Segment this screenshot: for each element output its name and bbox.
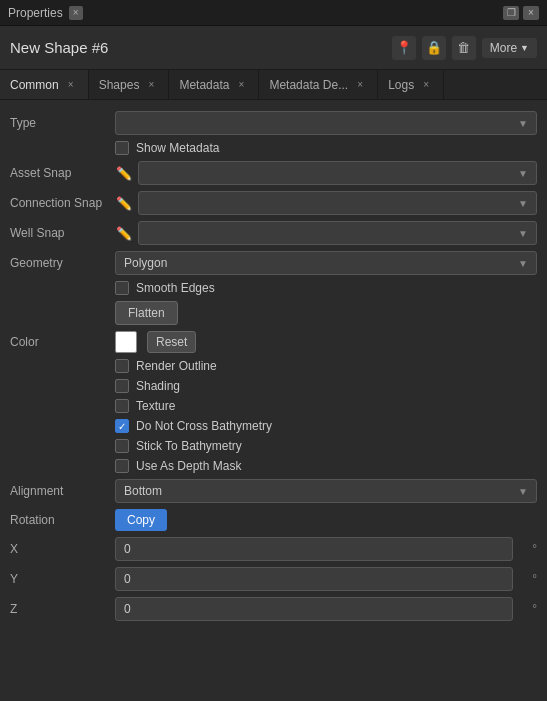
tab-logs[interactable]: Logs × — [378, 70, 444, 99]
shading-checkbox[interactable] — [115, 379, 129, 393]
trash-icon[interactable]: 🗑 — [452, 36, 476, 60]
smooth-edges-row: Smooth Edges — [0, 278, 547, 298]
tab-common-close[interactable]: × — [64, 78, 78, 92]
tab-shapes[interactable]: Shapes × — [89, 70, 170, 99]
show-metadata-label: Show Metadata — [136, 141, 219, 155]
geometry-dropdown[interactable]: Polygon ▼ — [115, 251, 537, 275]
x-input[interactable] — [115, 537, 513, 561]
alignment-dropdown[interactable]: Bottom ▼ — [115, 479, 537, 503]
connection-snap-arrow: ▼ — [518, 198, 528, 209]
tab-logs-close[interactable]: × — [419, 78, 433, 92]
color-swatch[interactable] — [115, 331, 137, 353]
type-label: Type — [10, 116, 115, 130]
tab-metadata-close[interactable]: × — [234, 78, 248, 92]
tab-shapes-close[interactable]: × — [144, 78, 158, 92]
y-row: Y ° — [0, 564, 547, 594]
alignment-row: Alignment Bottom ▼ — [0, 476, 547, 506]
texture-row: Texture — [0, 396, 547, 416]
z-degree-symbol: ° — [517, 602, 537, 616]
connection-snap-icon: ✏️ — [115, 194, 133, 212]
do-not-cross-row: Do Not Cross Bathymetry — [0, 416, 547, 436]
connection-snap-dropdown[interactable]: ▼ — [138, 191, 537, 215]
geometry-row: Geometry Polygon ▼ — [0, 248, 547, 278]
type-row: Type ▼ — [0, 108, 547, 138]
z-label: Z — [10, 602, 115, 616]
lock-icon[interactable]: 🔒 — [422, 36, 446, 60]
title-bar: Properties × ❐ × — [0, 0, 547, 26]
do-not-cross-label: Do Not Cross Bathymetry — [136, 419, 272, 433]
copy-button[interactable]: Copy — [115, 509, 167, 531]
well-snap-row: Well Snap ✏️ ▼ — [0, 218, 547, 248]
shading-row: Shading — [0, 376, 547, 396]
stick-to-checkbox[interactable] — [115, 439, 129, 453]
page-title: New Shape #6 — [10, 39, 108, 56]
rotation-row: Rotation Copy — [0, 506, 547, 534]
rotation-label: Rotation — [10, 513, 115, 527]
connection-snap-row: Connection Snap ✏️ ▼ — [0, 188, 547, 218]
type-dropdown[interactable]: ▼ — [115, 111, 537, 135]
texture-checkbox[interactable] — [115, 399, 129, 413]
x-degree-symbol: ° — [517, 542, 537, 556]
shading-label: Shading — [136, 379, 180, 393]
smooth-edges-label: Smooth Edges — [136, 281, 215, 295]
flatten-row: Flatten — [0, 298, 547, 328]
tab-metadata[interactable]: Metadata × — [169, 70, 259, 99]
stick-to-row: Stick To Bathymetry — [0, 436, 547, 456]
use-as-depth-row: Use As Depth Mask — [0, 456, 547, 476]
stick-to-label: Stick To Bathymetry — [136, 439, 242, 453]
tab-metadata-de-close[interactable]: × — [353, 78, 367, 92]
y-degree-symbol: ° — [517, 572, 537, 586]
properties-label: Properties — [8, 6, 63, 20]
render-outline-label: Render Outline — [136, 359, 217, 373]
asset-snap-label: Asset Snap — [10, 166, 115, 180]
tab-common[interactable]: Common × — [0, 70, 89, 99]
window-close-button[interactable]: × — [523, 6, 539, 20]
smooth-edges-checkbox[interactable] — [115, 281, 129, 295]
more-arrow-icon: ▼ — [520, 43, 529, 53]
app-header: New Shape #6 📍 🔒 🗑 More ▼ — [0, 26, 547, 70]
asset-snap-icon: ✏️ — [115, 164, 133, 182]
alignment-arrow-icon: ▼ — [518, 486, 528, 497]
color-row: Color Reset — [0, 328, 547, 356]
do-not-cross-checkbox[interactable] — [115, 419, 129, 433]
more-button[interactable]: More ▼ — [482, 38, 537, 58]
color-label: Color — [10, 335, 115, 349]
titlebar-close-button[interactable]: × — [69, 6, 83, 20]
connection-snap-label: Connection Snap — [10, 196, 115, 210]
z-row: Z ° — [0, 594, 547, 624]
well-snap-label: Well Snap — [10, 226, 115, 240]
type-dropdown-arrow: ▼ — [518, 118, 528, 129]
show-metadata-checkbox[interactable] — [115, 141, 129, 155]
window-restore-button[interactable]: ❐ — [503, 6, 519, 20]
y-label: Y — [10, 572, 115, 586]
show-metadata-row: Show Metadata — [0, 138, 547, 158]
asset-snap-dropdown[interactable]: ▼ — [138, 161, 537, 185]
use-as-depth-checkbox[interactable] — [115, 459, 129, 473]
well-snap-dropdown[interactable]: ▼ — [138, 221, 537, 245]
geometry-label: Geometry — [10, 256, 115, 270]
pin-icon[interactable]: 📍 — [392, 36, 416, 60]
x-label: X — [10, 542, 115, 556]
texture-label: Texture — [136, 399, 175, 413]
asset-snap-arrow: ▼ — [518, 168, 528, 179]
content-area: Type ▼ Show Metadata Asset Snap ✏️ ▼ Con… — [0, 100, 547, 632]
tab-metadata-de[interactable]: Metadata De... × — [259, 70, 378, 99]
well-snap-icon: ✏️ — [115, 224, 133, 242]
tabs-row: Common × Shapes × Metadata × Metadata De… — [0, 70, 547, 100]
use-as-depth-label: Use As Depth Mask — [136, 459, 241, 473]
render-outline-checkbox[interactable] — [115, 359, 129, 373]
flatten-button[interactable]: Flatten — [115, 301, 178, 325]
render-outline-row: Render Outline — [0, 356, 547, 376]
asset-snap-row: Asset Snap ✏️ ▼ — [0, 158, 547, 188]
reset-button[interactable]: Reset — [147, 331, 196, 353]
well-snap-arrow: ▼ — [518, 228, 528, 239]
z-input[interactable] — [115, 597, 513, 621]
geometry-dropdown-arrow: ▼ — [518, 258, 528, 269]
x-row: X ° — [0, 534, 547, 564]
alignment-label: Alignment — [10, 484, 115, 498]
y-input[interactable] — [115, 567, 513, 591]
